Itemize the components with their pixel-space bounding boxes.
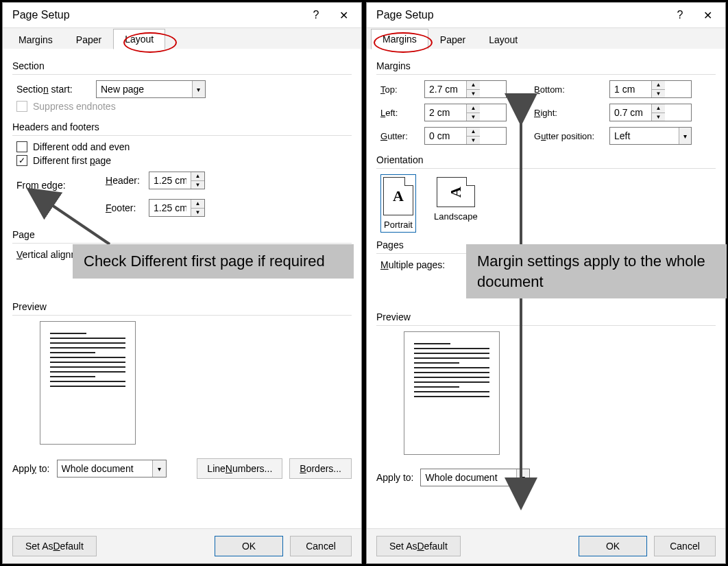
chevron-down-icon[interactable]: ▾ [152,460,165,477]
dialog-footer: Set As Default OK Cancel [3,528,361,563]
section-heading: Section [12,60,352,71]
margin-right-label: Right: [534,108,609,118]
spinner-down-icon[interactable]: ▼ [467,113,480,121]
spinner-down-icon[interactable]: ▼ [652,90,665,98]
close-button[interactable]: ✕ [694,4,721,26]
from-edge-label: From edge: [16,169,106,191]
callout-left: Check Different first page if required [73,244,354,279]
tab-margins[interactable]: Margins [371,29,428,49]
margin-top-spinner[interactable]: ▲▼ [424,80,507,98]
apply-to-value[interactable] [58,460,153,477]
section-start-label: Section start: [16,84,85,95]
suppress-endnotes-label: Suppress endnotes [33,101,116,112]
apply-to-value[interactable] [421,469,516,486]
footer-edge-spinner[interactable]: ▲▼ [149,199,205,217]
spinner-up-icon[interactable]: ▲ [191,200,204,209]
diff-odd-even-label: Different odd and even [33,141,130,152]
line-numbers-button[interactable]: Line Numbers... [197,458,282,479]
tab-margins[interactable]: Margins [7,30,64,49]
chevron-down-icon[interactable]: ▾ [192,81,205,97]
spinner-up-icon[interactable]: ▲ [467,104,480,113]
titlebar: Page Setup ? ✕ [3,3,361,27]
spinner-up-icon[interactable]: ▲ [652,81,665,90]
cancel-button[interactable]: Cancel [290,536,352,556]
tabstrip: Margins Paper Layout [367,27,725,49]
set-default-button[interactable]: Set As Default [12,536,97,556]
landscape-icon [437,177,475,207]
footer-edge-label: Footer: [106,202,143,213]
dialog-footer: Set As Default OK Cancel [367,528,725,563]
ok-button[interactable]: OK [579,536,647,556]
checkbox-box[interactable]: ✓ [16,155,27,166]
spinner-down-icon[interactable]: ▼ [191,181,204,189]
ok-button[interactable]: OK [215,536,283,556]
gutter-position-combo[interactable]: ▾ [609,127,692,145]
spinner-down-icon[interactable]: ▼ [652,113,665,121]
dialog-title: Page Setup [376,9,666,21]
gutter-value[interactable] [425,128,466,144]
orientation-heading: Orientation [376,154,716,165]
margins-heading: Margins [376,60,716,71]
diff-first-page-label: Different first page [33,155,111,166]
spinner-up-icon[interactable]: ▲ [467,128,480,137]
apply-to-label: Apply to: [12,463,50,474]
spinner-up-icon[interactable]: ▲ [652,104,665,113]
margin-bottom-value[interactable] [610,81,651,97]
apply-to-label: Apply to: [376,472,413,483]
help-button[interactable]: ? [666,4,694,26]
tab-layout[interactable]: Layout [477,30,529,49]
dialog-body: Section Section start: ▾ Suppress endnot… [3,49,361,528]
spinner-down-icon[interactable]: ▼ [191,209,204,217]
multiple-pages-label: Multiple pages: [380,259,445,270]
spinner-up-icon[interactable]: ▲ [467,81,480,90]
margin-top-value[interactable] [425,81,466,97]
margin-right-spinner[interactable]: ▲▼ [609,104,692,121]
checkbox-box[interactable] [16,141,27,152]
orientation-portrait[interactable]: Portrait [380,174,416,233]
margin-left-value[interactable] [425,104,466,121]
apply-to-combo[interactable]: ▾ [57,460,167,477]
header-edge-label: Header: [106,175,143,186]
diff-odd-even-checkbox[interactable]: Different odd and even [16,141,130,152]
margin-right-value[interactable] [610,104,651,121]
gutter-spinner[interactable]: ▲▼ [424,127,507,145]
header-edge-spinner[interactable]: ▲▼ [149,172,205,189]
footer-edge-value[interactable] [149,200,191,216]
section-start-value[interactable] [97,81,192,97]
margin-bottom-spinner[interactable]: ▲▼ [609,80,692,98]
page-heading: Page [12,229,352,240]
gutter-label: Gutter: [380,131,424,141]
orientation-landscape[interactable]: Landscape [431,174,481,233]
spinner-down-icon[interactable]: ▼ [467,137,480,145]
borders-button[interactable]: Borders... [289,458,352,479]
apply-to-combo[interactable]: ▾ [420,469,530,486]
titlebar: Page Setup ? ✕ [367,3,725,27]
gutter-position-value[interactable] [610,128,679,144]
tab-paper[interactable]: Paper [64,30,113,49]
gutter-position-label: Gutter position: [534,131,609,141]
close-button[interactable]: ✕ [330,4,357,26]
page-setup-dialog-layout: Page Setup ? ✕ Margins Paper Layout Sect… [2,2,362,564]
suppress-endnotes-checkbox: Suppress endnotes [16,101,116,112]
tab-paper[interactable]: Paper [428,30,477,49]
margin-bottom-label: Bottom: [534,84,609,95]
spinner-up-icon[interactable]: ▲ [191,172,204,181]
preview-heading: Preview [376,311,716,322]
tabstrip: Margins Paper Layout [3,27,361,49]
spinner-down-icon[interactable]: ▼ [467,90,480,98]
headers-heading: Headers and footers [12,121,352,132]
chevron-down-icon[interactable]: ▾ [679,128,691,144]
margin-left-spinner[interactable]: ▲▼ [424,104,507,121]
cancel-button[interactable]: Cancel [654,536,716,556]
tab-layout[interactable]: Layout [113,29,165,49]
chevron-down-icon[interactable]: ▾ [516,469,529,486]
header-edge-value[interactable] [149,172,191,189]
dialog-title: Page Setup [12,9,302,21]
preview-heading: Preview [12,301,352,312]
section-start-combo[interactable]: ▾ [96,80,206,98]
diff-first-page-checkbox[interactable]: ✓ Different first page [16,155,111,166]
portrait-icon [383,177,413,215]
set-default-button[interactable]: Set As Default [376,536,461,556]
margin-left-label: Left: [380,108,424,118]
help-button[interactable]: ? [302,4,330,26]
